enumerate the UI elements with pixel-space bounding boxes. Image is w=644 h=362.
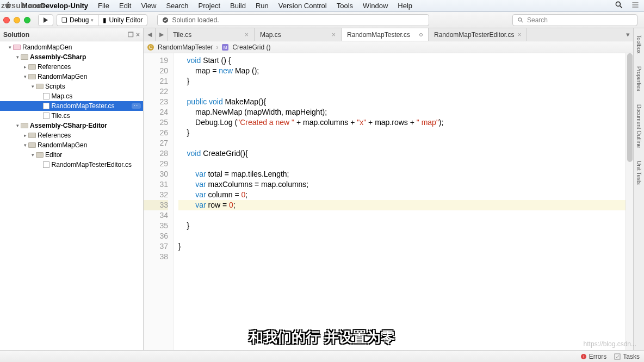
tree-item-assembly-csharp[interactable]: ▾Assembly-CSharp <box>0 52 143 62</box>
vertical-scrollbar[interactable] <box>626 53 633 350</box>
tab-randommaptester-cs[interactable]: RandomMapTester.cs <box>342 28 429 41</box>
side-panel-properties[interactable]: Properties <box>636 63 642 95</box>
tree-item-randommapgen[interactable]: ▾RandomMapGen <box>0 42 143 52</box>
statusbar: ! Errors Tasks <box>0 350 644 362</box>
tasks-label: Tasks <box>623 353 640 360</box>
side-panel-toolbox[interactable]: Toolbox <box>636 32 642 57</box>
status-pill: Solution loaded. <box>157 14 429 26</box>
target-dropdown[interactable]: ▮Unity Editor <box>98 14 147 26</box>
menu-window[interactable]: Window <box>363 2 388 10</box>
editor-area: ◀ ▶ Tile.cs×Map.cs×RandomMapTester.csRan… <box>144 28 633 350</box>
menu-project[interactable]: Project <box>199 2 220 10</box>
tree-item-editor[interactable]: ▾Editor <box>0 150 143 160</box>
tab-tile-cs[interactable]: Tile.cs× <box>168 28 255 41</box>
nav-back-button[interactable]: ◀ <box>144 28 156 41</box>
class-icon: C <box>147 43 154 51</box>
window-controls <box>3 17 30 23</box>
tab-randommaptestereditor-cs[interactable]: RandomMapTesterEditor.cs× <box>429 28 527 41</box>
tree-item-references[interactable]: ▸References <box>0 130 143 140</box>
breadcrumb-class: RandomMapTester <box>158 43 213 51</box>
method-icon: M <box>221 43 229 51</box>
menubar: MonoDevelop-Unity FileEditViewSearchProj… <box>0 0 644 12</box>
minimize-window-button[interactable] <box>14 17 20 23</box>
config-debug-dropdown[interactable]: ❏Debug▾ <box>57 14 98 26</box>
search-input[interactable]: Search <box>512 14 637 26</box>
tree-item-randommaptestereditor-cs[interactable]: RandomMapTesterEditor.cs <box>0 160 143 170</box>
errors-button[interactable]: ! Errors <box>580 353 607 360</box>
tree-item-randommaptester-cs[interactable]: RandomMapTester.cs⋯ <box>0 101 143 111</box>
menu-search[interactable]: Search <box>166 2 188 10</box>
side-panel-document-outline[interactable]: Document Outline <box>636 101 642 151</box>
side-panel-unit-tests[interactable]: Unit Tests <box>636 158 642 188</box>
svg-rect-15 <box>615 354 620 359</box>
errors-label: Errors <box>589 353 607 360</box>
svg-line-1 <box>620 6 622 8</box>
menu-tools[interactable]: Tools <box>337 2 353 10</box>
solution-header: Solution ❐× <box>0 28 143 41</box>
tab-map-cs[interactable]: Map.cs× <box>255 28 342 41</box>
svg-text:!: ! <box>583 354 584 359</box>
tree-item-assembly-csharp-editor[interactable]: ▾Assembly-CSharp-Editor <box>0 121 143 130</box>
tree-item-references[interactable]: ▸References <box>0 62 143 72</box>
tree-item-map-cs[interactable]: Map.cs <box>0 91 143 101</box>
panel-close-icon[interactable]: × <box>136 31 140 39</box>
tree-item-scripts[interactable]: ▾Scripts <box>0 82 143 91</box>
line-gutter: 1920212223242526272829303132333435363738 <box>144 53 174 350</box>
tree-item-randommapgen[interactable]: ▾RandomMapGen <box>0 72 143 82</box>
menu-run[interactable]: Run <box>256 2 269 10</box>
menu-view[interactable]: View <box>141 2 156 10</box>
tabs-more-button[interactable]: ▾ <box>622 28 633 41</box>
svg-text:M: M <box>224 45 227 50</box>
code-editor[interactable]: void Start () { map = new Map (); } publ… <box>174 53 626 350</box>
video-subtitle: 和我们的行 并设置为零 <box>249 328 394 347</box>
menu-edit[interactable]: Edit <box>119 2 131 10</box>
breadcrumb-member: CreateGrid () <box>232 43 270 51</box>
list-menu-icon[interactable] <box>631 1 640 11</box>
config-label: Debug <box>70 16 89 24</box>
svg-text:C: C <box>149 45 153 50</box>
tabstrip: ◀ ▶ Tile.cs×Map.cs×RandomMapTester.csRan… <box>144 28 633 41</box>
svg-point-7 <box>518 17 522 21</box>
solution-title: Solution <box>3 31 29 39</box>
solution-panel: Solution ❐× ▾RandomMapGen▾Assembly-CShar… <box>0 28 144 350</box>
tasks-button[interactable]: Tasks <box>614 353 640 360</box>
svg-marker-5 <box>44 17 48 23</box>
close-window-button[interactable] <box>3 17 10 23</box>
search-menu-icon[interactable] <box>615 1 623 11</box>
menu-help[interactable]: Help <box>398 2 412 10</box>
menu-version-control[interactable]: Version Control <box>278 2 327 10</box>
search-placeholder: Search <box>527 16 548 24</box>
tree-item-randommapgen[interactable]: ▾RandomMapGen <box>0 140 143 150</box>
maximize-window-button[interactable] <box>24 17 30 23</box>
status-text: Solution loaded. <box>172 16 219 24</box>
nav-forward-button[interactable]: ▶ <box>156 28 168 41</box>
breadcrumb[interactable]: C RandomMapTester › M CreateGrid () <box>144 41 633 53</box>
svg-point-0 <box>616 2 620 6</box>
target-label: Unity Editor <box>109 16 143 24</box>
panel-opt-icon[interactable]: ❐ <box>128 31 134 39</box>
menu-file[interactable]: File <box>98 2 109 10</box>
run-button[interactable] <box>38 14 53 26</box>
watermark-url: https://blog.csdn... <box>584 340 636 348</box>
watermark: zwsub.com <box>1 1 45 10</box>
solution-tree[interactable]: ▾RandomMapGen▾Assembly-CSharp▸References… <box>0 41 143 350</box>
toolbar: ❏Debug▾ ▮Unity Editor Solution loaded. S… <box>0 12 644 28</box>
svg-line-8 <box>521 21 523 22</box>
right-tool-panels: ToolboxPropertiesDocument OutlineUnit Te… <box>633 28 644 350</box>
menu-build[interactable]: Build <box>230 2 246 10</box>
tree-item-tile-cs[interactable]: Tile.cs <box>0 111 143 121</box>
